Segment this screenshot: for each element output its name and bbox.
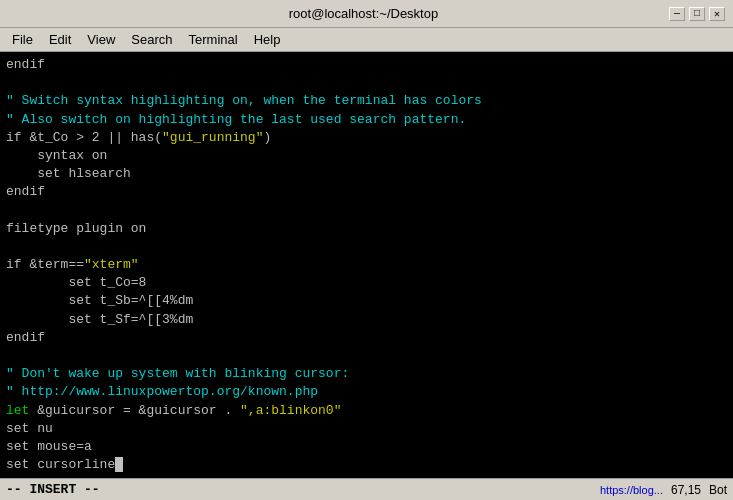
cursor-position: 67,15 (671, 483, 701, 497)
code-line: set t_Sf=^[[3%dm (6, 311, 727, 329)
status-right: https://blog... 67,15 Bot (600, 483, 727, 497)
code-line (6, 74, 727, 92)
code-line: filetype plugin on (6, 220, 727, 238)
window: root@localhost:~/Desktop — □ ✕ File Edit… (0, 0, 733, 500)
status-url: https://blog... (600, 484, 663, 496)
code-line: if &term=="xterm" (6, 256, 727, 274)
code-line (6, 202, 727, 220)
code-line: " http://www.linuxpowertop.org/known.php (6, 383, 727, 401)
window-controls: — □ ✕ (669, 7, 725, 21)
scroll-position: Bot (709, 483, 727, 497)
code-line (6, 238, 727, 256)
menu-file[interactable]: File (4, 30, 41, 49)
menu-bar: File Edit View Search Terminal Help (0, 28, 733, 52)
menu-view[interactable]: View (79, 30, 123, 49)
terminal-content[interactable]: endif " Switch syntax highlighting on, w… (0, 52, 733, 478)
code-line: " Don't wake up system with blinking cur… (6, 365, 727, 383)
menu-terminal[interactable]: Terminal (181, 30, 246, 49)
code-line: " Switch syntax highlighting on, when th… (6, 92, 727, 110)
text-cursor (115, 457, 123, 472)
code-line: endif (6, 56, 727, 74)
code-line: set nu (6, 420, 727, 438)
code-line: endif (6, 329, 727, 347)
code-line: " Also switch on highlighting the last u… (6, 111, 727, 129)
maximize-button[interactable]: □ (689, 7, 705, 21)
code-line: set t_Sb=^[[4%dm (6, 292, 727, 310)
code-line: endif (6, 183, 727, 201)
code-line: let &guicursor = &guicursor . ",a:blinko… (6, 402, 727, 420)
menu-edit[interactable]: Edit (41, 30, 79, 49)
code-line: set mouse=a (6, 438, 727, 456)
code-line: set hlsearch (6, 165, 727, 183)
code-line: set t_Co=8 (6, 274, 727, 292)
code-line: syntax on (6, 147, 727, 165)
status-bar: -- INSERT -- https://blog... 67,15 Bot (0, 478, 733, 500)
code-line: if &t_Co > 2 || has("gui_running") (6, 129, 727, 147)
window-title: root@localhost:~/Desktop (58, 6, 669, 21)
menu-help[interactable]: Help (246, 30, 289, 49)
code-line (6, 347, 727, 365)
menu-search[interactable]: Search (123, 30, 180, 49)
title-bar: root@localhost:~/Desktop — □ ✕ (0, 0, 733, 28)
vim-mode: -- INSERT -- (6, 482, 100, 497)
code-line: set cursorline (6, 456, 727, 474)
minimize-button[interactable]: — (669, 7, 685, 21)
close-button[interactable]: ✕ (709, 7, 725, 21)
